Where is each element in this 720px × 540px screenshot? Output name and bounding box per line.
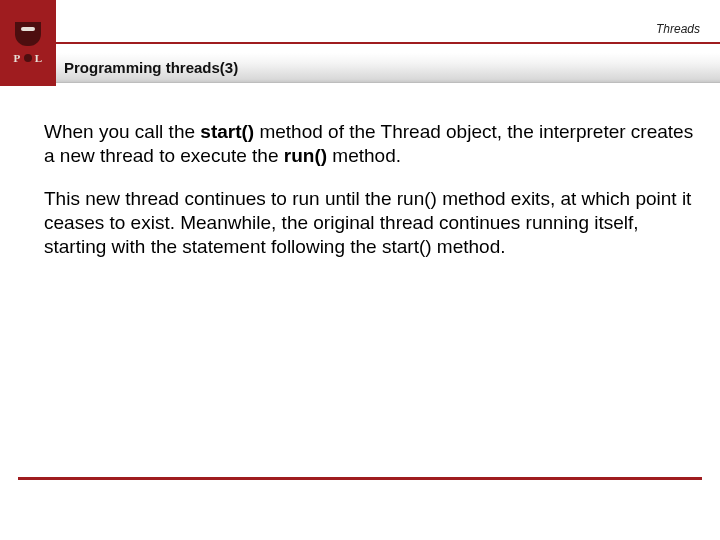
logo-letters: P L [13, 52, 42, 64]
p1-bold-start: start() [200, 121, 254, 142]
logo-p: P [13, 52, 20, 64]
logo-l: L [35, 52, 43, 64]
p1-text-a: When you call the [44, 121, 200, 142]
header: P L Threads Programming threads(3) [0, 0, 720, 86]
breadcrumb: Threads [656, 22, 700, 36]
body-text: When you call the start() method of the … [44, 120, 694, 278]
logo: P L [0, 0, 56, 86]
dot-icon [24, 54, 32, 62]
paragraph-1: When you call the start() method of the … [44, 120, 694, 169]
title-bar: Programming threads(3) [56, 53, 720, 83]
p1-text-e: method. [327, 145, 401, 166]
page-title: Programming threads(3) [64, 59, 238, 76]
shield-icon [15, 22, 41, 46]
paragraph-2: This new thread continues to run until t… [44, 187, 694, 260]
p1-bold-run: run() [284, 145, 327, 166]
footer-rule [18, 477, 702, 480]
slide: P L Threads Programming threads(3) When … [0, 0, 720, 540]
header-rule [56, 42, 720, 44]
